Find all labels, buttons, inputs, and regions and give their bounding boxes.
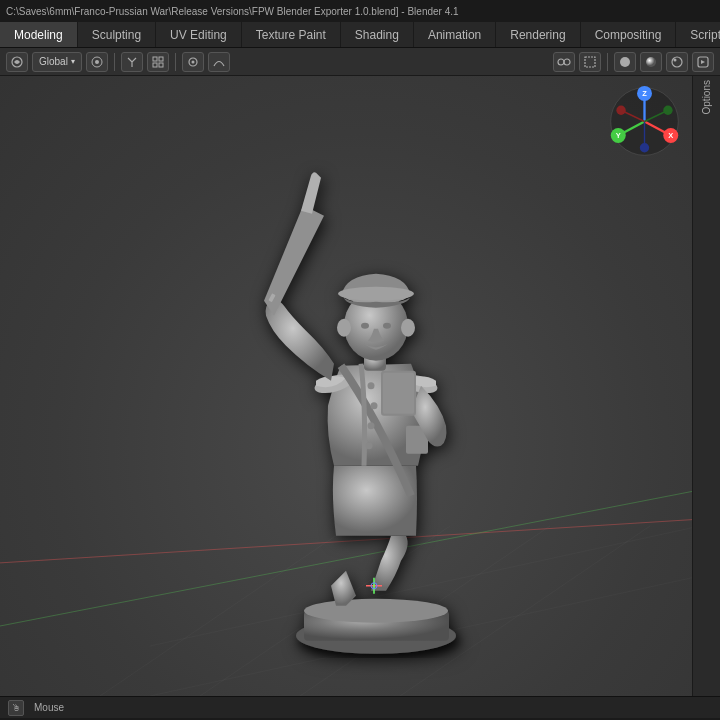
svg-point-40: [361, 323, 369, 329]
svg-point-43: [401, 319, 415, 337]
overlay-dropdown-btn[interactable]: [553, 52, 575, 72]
title-text: C:\Saves\6mm\Franco-Prussian War\Release…: [6, 6, 459, 17]
svg-rect-45: [383, 373, 414, 414]
tab-texture-paint[interactable]: Texture Paint: [242, 22, 341, 47]
tab-modeling[interactable]: Modeling: [0, 22, 78, 47]
snap-btn[interactable]: [121, 52, 143, 72]
tab-uv-editing[interactable]: UV Editing: [156, 22, 242, 47]
tab-compositing[interactable]: Compositing: [581, 22, 677, 47]
xray-btn[interactable]: [579, 52, 601, 72]
svg-point-41: [383, 323, 391, 329]
options-label[interactable]: Options: [701, 80, 712, 114]
separator-2: [175, 53, 176, 71]
status-bar: 🖱 Mouse: [0, 696, 720, 718]
svg-point-64: [663, 106, 672, 115]
svg-point-9: [558, 59, 564, 65]
options-panel[interactable]: Options: [692, 76, 720, 696]
svg-point-13: [646, 57, 656, 67]
rendered-shading-btn[interactable]: [666, 52, 688, 72]
svg-rect-4: [159, 57, 163, 61]
pivot-point-btn[interactable]: [86, 52, 108, 72]
workspace-tabs: Modeling Sculpting UV Editing Texture Pa…: [0, 22, 720, 48]
tab-shading[interactable]: Shading: [341, 22, 414, 47]
svg-point-10: [564, 59, 570, 65]
svg-point-14: [672, 57, 682, 67]
viewport-shading-btn[interactable]: [6, 52, 28, 72]
title-bar: C:\Saves\6mm\Franco-Prussian War\Release…: [0, 0, 720, 22]
svg-point-30: [368, 382, 375, 389]
eevee-btn[interactable]: [692, 52, 714, 72]
svg-rect-6: [159, 63, 163, 67]
svg-point-15: [674, 58, 677, 61]
svg-rect-3: [153, 57, 157, 61]
viewport-gizmo[interactable]: Z X Y: [607, 84, 682, 159]
svg-point-8: [191, 60, 194, 63]
svg-point-31: [371, 402, 378, 409]
svg-text:Z: Z: [642, 89, 647, 98]
svg-rect-11: [585, 57, 595, 67]
viewport[interactable]: Z X Y Options: [0, 76, 720, 696]
transform-orientation-dropdown[interactable]: Global: [32, 52, 82, 72]
model-container: [216, 116, 536, 679]
svg-point-27: [304, 599, 448, 623]
svg-point-60: [640, 143, 649, 152]
proportional-falloff-btn[interactable]: [208, 52, 230, 72]
toolbar: Global: [0, 48, 720, 76]
svg-point-62: [616, 106, 625, 115]
material-shading-btn[interactable]: [640, 52, 662, 72]
svg-text:Y: Y: [616, 131, 621, 140]
svg-point-12: [620, 57, 630, 67]
tab-scripting[interactable]: Scripting: [676, 22, 720, 47]
soldier-model: [216, 116, 536, 676]
svg-rect-5: [153, 63, 157, 67]
svg-point-42: [337, 319, 351, 337]
separator-3: [607, 53, 608, 71]
svg-point-1: [95, 60, 99, 64]
solid-shading-btn[interactable]: [614, 52, 636, 72]
svg-point-33: [366, 442, 373, 449]
tab-sculpting[interactable]: Sculpting: [78, 22, 156, 47]
snap-dropdown[interactable]: [147, 52, 169, 72]
tab-animation[interactable]: Animation: [414, 22, 496, 47]
svg-text:X: X: [668, 131, 673, 140]
separator-1: [114, 53, 115, 71]
svg-point-32: [368, 422, 375, 429]
proportional-edit-btn[interactable]: [182, 52, 204, 72]
mouse-icon: 🖱: [8, 700, 24, 716]
tab-rendering[interactable]: Rendering: [496, 22, 580, 47]
status-mode: Mouse: [34, 702, 64, 713]
svg-point-39: [338, 287, 414, 301]
